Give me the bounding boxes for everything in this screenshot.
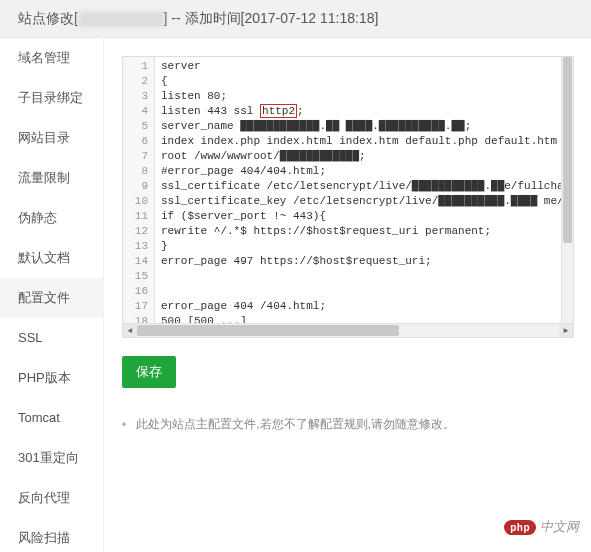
gutter-line-number: 5 bbox=[125, 119, 148, 134]
sidebar-item-3[interactable]: 流量限制 bbox=[0, 158, 103, 198]
sidebar-item-0[interactable]: 域名管理 bbox=[0, 38, 103, 78]
code-gutter: 123456789101112131415161718 bbox=[123, 57, 155, 337]
gutter-line-number: 4 bbox=[125, 104, 148, 119]
watermark-text: 中文网 bbox=[540, 518, 579, 536]
scroll-right-icon[interactable]: ► bbox=[559, 324, 573, 337]
gutter-line-number: 11 bbox=[125, 209, 148, 224]
code-line[interactable]: listen 80; bbox=[161, 89, 573, 104]
footer-note: • 此处为站点主配置文件,若您不了解配置规则,请勿随意修改。 bbox=[122, 416, 591, 433]
title-bar: 站点修改[ xxxxxxxx.xxe ] -- 添加时间[2017-07-12 … bbox=[0, 0, 591, 38]
gutter-line-number: 6 bbox=[125, 134, 148, 149]
save-button[interactable]: 保存 bbox=[122, 356, 176, 388]
footer-note-text: 此处为站点主配置文件,若您不了解配置规则,请勿随意修改。 bbox=[136, 416, 455, 433]
code-line[interactable]: root /www/wwwroot/████████████; bbox=[161, 149, 573, 164]
code-line[interactable] bbox=[161, 284, 573, 299]
editor-scrollbar-vertical[interactable] bbox=[561, 57, 573, 323]
title-domain-obscured: xxxxxxxx.xxe bbox=[78, 11, 164, 27]
sidebar-item-2[interactable]: 网站目录 bbox=[0, 118, 103, 158]
title-suffix: ] -- 添加时间[2017-07-12 11:18:18] bbox=[164, 10, 379, 28]
code-line[interactable]: listen 443 ssl http2; bbox=[161, 104, 573, 119]
sidebar-item-4[interactable]: 伪静态 bbox=[0, 198, 103, 238]
watermark-badge: php bbox=[504, 520, 536, 535]
highlighted-token: http2 bbox=[260, 104, 297, 118]
code-line[interactable]: if ($server_port !~ 443){ bbox=[161, 209, 573, 224]
gutter-line-number: 13 bbox=[125, 239, 148, 254]
sidebar-item-11[interactable]: 反向代理 bbox=[0, 478, 103, 518]
sidebar-item-12[interactable]: 风险扫描 bbox=[0, 518, 103, 552]
code-line[interactable]: { bbox=[161, 74, 573, 89]
gutter-line-number: 16 bbox=[125, 284, 148, 299]
sidebar-item-10[interactable]: 301重定向 bbox=[0, 438, 103, 478]
scroll-left-icon[interactable]: ◄ bbox=[123, 324, 137, 337]
sidebar-item-7[interactable]: SSL bbox=[0, 318, 103, 358]
gutter-line-number: 2 bbox=[125, 74, 148, 89]
gutter-line-number: 1 bbox=[125, 59, 148, 74]
gutter-line-number: 8 bbox=[125, 164, 148, 179]
code-line[interactable]: server_name ████████████.██ ████.███████… bbox=[161, 119, 573, 134]
config-code-editor[interactable]: 123456789101112131415161718 server{ list… bbox=[122, 56, 574, 338]
code-line[interactable]: error_page 404 /404.html; bbox=[161, 299, 573, 314]
bullet-icon: • bbox=[122, 418, 126, 432]
sidebar-item-1[interactable]: 子目录绑定 bbox=[0, 78, 103, 118]
editor-scrollbar-horizontal[interactable]: ◄ ► bbox=[123, 323, 573, 337]
scrollbar-thumb-vertical[interactable] bbox=[563, 57, 572, 243]
code-line[interactable]: } bbox=[161, 239, 573, 254]
gutter-line-number: 10 bbox=[125, 194, 148, 209]
code-line[interactable] bbox=[161, 269, 573, 284]
code-line[interactable]: error_page 497 https://$host$request_uri… bbox=[161, 254, 573, 269]
code-line[interactable]: ssl_certificate /etc/letsencrypt/live/██… bbox=[161, 179, 573, 194]
code-line[interactable]: ssl_certificate_key /etc/letsencrypt/liv… bbox=[161, 194, 573, 209]
sidebar-item-5[interactable]: 默认文档 bbox=[0, 238, 103, 278]
gutter-line-number: 9 bbox=[125, 179, 148, 194]
gutter-line-number: 14 bbox=[125, 254, 148, 269]
gutter-line-number: 7 bbox=[125, 149, 148, 164]
watermark: php 中文网 bbox=[504, 518, 579, 536]
gutter-line-number: 12 bbox=[125, 224, 148, 239]
code-line[interactable]: #error_page 404/404.html; bbox=[161, 164, 573, 179]
sidebar-item-6[interactable]: 配置文件 bbox=[0, 278, 103, 318]
code-lines[interactable]: server{ listen 80; listen 443 ssl http2;… bbox=[155, 57, 573, 337]
gutter-line-number: 3 bbox=[125, 89, 148, 104]
code-line[interactable]: server bbox=[161, 59, 573, 74]
sidebar: 域名管理子目录绑定网站目录流量限制伪静态默认文档配置文件SSLPHP版本Tomc… bbox=[0, 38, 104, 552]
sidebar-item-8[interactable]: PHP版本 bbox=[0, 358, 103, 398]
code-line[interactable]: index index.php index.html index.htm def… bbox=[161, 134, 573, 149]
code-line[interactable]: rewrite ^/.*$ https://$host$request_uri … bbox=[161, 224, 573, 239]
scrollbar-thumb-horizontal[interactable] bbox=[137, 325, 399, 336]
title-prefix: 站点修改[ bbox=[18, 10, 78, 28]
gutter-line-number: 17 bbox=[125, 299, 148, 314]
main-panel: 123456789101112131415161718 server{ list… bbox=[104, 38, 591, 552]
sidebar-item-9[interactable]: Tomcat bbox=[0, 398, 103, 438]
gutter-line-number: 15 bbox=[125, 269, 148, 284]
